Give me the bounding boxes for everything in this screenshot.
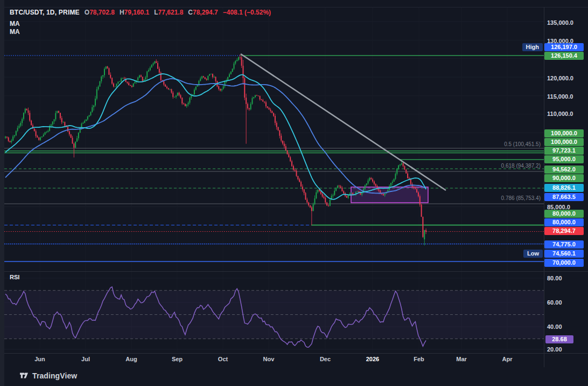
rsi-value-badge: 28.68 (545, 335, 573, 343)
time-axis-label-nov: Nov (257, 356, 281, 362)
time-axis-label-jul: Jul (74, 356, 97, 362)
symbol-title[interactable]: BTC/USDT, 1D, PRIME (10, 9, 80, 16)
time-axis-label-oct: Oct (211, 356, 235, 362)
main-chart-canvas[interactable] (0, 0, 588, 386)
ohlc-low: L77,621.8 (154, 9, 183, 16)
tradingview-chart-window: BTC/USDT, 1D, PRIME O78,702.8 H79,160.1 … (0, 0, 588, 386)
ma-legend-1[interactable]: MA (10, 20, 20, 27)
price-tick-label: 110,000.0 (547, 110, 573, 118)
rsi-legend[interactable]: RSI (10, 274, 19, 280)
tradingview-logo-text: TradingView (32, 371, 77, 380)
price-level-badge: 126,150.4 (544, 52, 584, 60)
price-level-badge: 70,000.0 (544, 259, 584, 267)
symbol-legend[interactable]: BTC/USDT, 1D, PRIME O78,702.8 H79,160.1 … (10, 9, 271, 16)
rsi-tick-label: 20.00 (547, 346, 562, 353)
price-level-badge: 78,294.7 (544, 227, 584, 235)
high-marker-tag: High (522, 43, 543, 51)
price-level-badge: 95,000.0 (544, 155, 584, 163)
tradingview-logo[interactable]: TradingView (19, 371, 77, 380)
price-level-badge: 74,775.0 (544, 240, 584, 249)
price-level-badge: 88,826.1 (544, 184, 584, 192)
price-level-badge: 90,000.0 (544, 174, 584, 182)
fib-level-label: 0.5 (100,451.5) (504, 141, 541, 148)
price-level-badge: 100,000.0 (544, 129, 584, 137)
time-axis-label-2026: 2026 (361, 356, 384, 362)
price-level-badge: 80,000.0 (544, 218, 584, 226)
ohlc-high: H79,160.1 (120, 9, 149, 16)
time-axis-label-dec: Dec (313, 356, 337, 362)
ohlc-close: C78,294.7 (188, 9, 218, 16)
price-level-badge: 74,560.1 (544, 250, 584, 258)
price-tick-label: 135,000.0 (547, 19, 573, 26)
ohlc-open: O78,702.8 (85, 9, 115, 16)
low-marker-tag: Low (523, 250, 543, 258)
time-axis-label-jun: Jun (28, 356, 52, 362)
price-level-badge: 100,000.0 (544, 138, 584, 146)
ma-legend-2[interactable]: MA (10, 28, 20, 36)
price-level-badge: 87,663.5 (544, 193, 584, 201)
price-level-badge: 126,197.0 (544, 43, 584, 51)
price-level-badge: 97,723.1 (544, 147, 584, 155)
price-tick-label: 115,000.0 (547, 93, 573, 100)
price-level-badge: 80,000.0 (544, 210, 584, 218)
time-axis-label-sep: Sep (165, 356, 189, 362)
fib-level-label: 0.618 (94,387.2) (501, 163, 541, 169)
change-value: −408.1 (−0.52%) (223, 9, 271, 16)
time-axis-label-aug: Aug (120, 356, 143, 362)
left-edge-strip (0, 0, 4, 386)
price-tick-label: 120,000.0 (547, 74, 573, 82)
time-axis-label-apr: Apr (495, 356, 519, 362)
price-level-badge: 94,562.0 (544, 166, 584, 174)
tradingview-logo-icon (19, 371, 29, 380)
rsi-tick-label: 60.00 (547, 299, 562, 306)
rsi-tick-label: 40.00 (547, 323, 562, 330)
fib-level-label: 0.786 (85,753.4) (501, 195, 541, 202)
rsi-tick-label: 80.00 (547, 274, 562, 282)
time-axis-label-feb: Feb (407, 356, 431, 362)
time-axis-label-mar: Mar (450, 356, 473, 362)
